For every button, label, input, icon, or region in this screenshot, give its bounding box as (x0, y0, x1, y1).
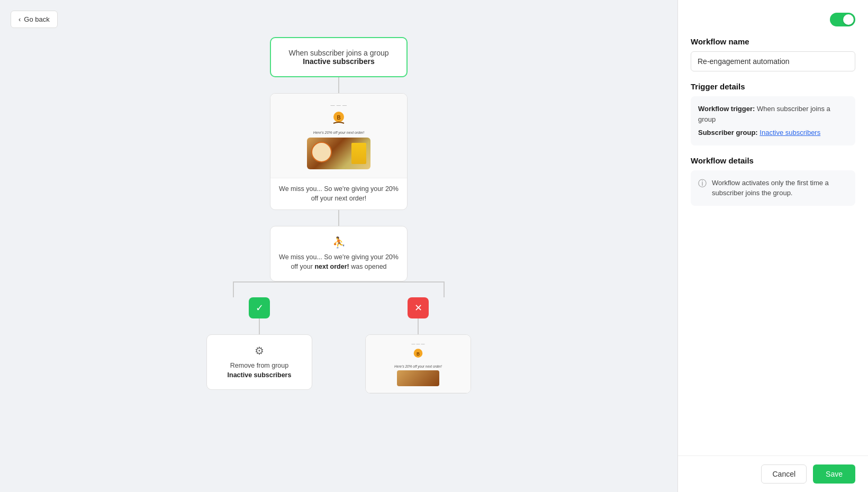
arrow-left-icon: ‹ (19, 15, 21, 23)
right-email-header-label: — — — (412, 342, 425, 345)
go-back-label: Go back (24, 15, 49, 23)
action-text-left: Remove from group Inactive subscribers (214, 361, 304, 380)
svg-text:B: B (337, 115, 340, 121)
trigger-node[interactable]: When subscriber joins a group Inactive s… (270, 37, 408, 77)
panel-footer: Cancel Save (678, 455, 868, 492)
email-node[interactable]: — — — B Here's 20% off your next order! … (270, 93, 408, 210)
workflow-toggle[interactable] (830, 13, 855, 26)
right-branch-connector (418, 318, 419, 334)
workflow-details-section-title: Workflow details (691, 156, 855, 165)
cancel-button[interactable]: Cancel (761, 464, 807, 484)
trigger-row-2: Subscriber group: Inactive subscribers (698, 127, 848, 138)
right-branch: ✕ — — — B Here's 20% off your next order… (365, 297, 471, 394)
workflow-detail-text: Workflow activates only the first time a… (712, 178, 848, 198)
email-body-text: We miss you... So we're giving your 20% … (270, 178, 407, 209)
workflow-details-box: ⓘ Workflow activates only the first time… (691, 170, 855, 206)
email-node-right[interactable]: — — — B Here's 20% off your next order! (365, 334, 471, 394)
trigger-text-before: When subscriber joins a group (288, 49, 388, 57)
trigger-details-section-title: Trigger details (691, 82, 855, 91)
condition-text: We miss you... So we're giving your 20% … (278, 253, 400, 271)
condition-node[interactable]: ⛹ We miss you... So we're giving your 20… (270, 226, 408, 281)
info-icon: ⓘ (698, 178, 707, 189)
branches-container: ✓ ⚙ Remove from group Inactive subscribe… (206, 297, 471, 394)
settings-icon: ⚙ (214, 344, 304, 357)
food-image (307, 138, 370, 169)
right-email-offer-text: Here's 20% off your next order! (394, 365, 442, 368)
left-branch: ✓ ⚙ Remove from group Inactive subscribe… (206, 297, 312, 390)
workflow-name-input[interactable] (691, 51, 855, 71)
trigger-row-1: Workflow trigger: When subscriber joins … (698, 104, 848, 124)
left-branch-connector (259, 318, 260, 334)
branch-lines (206, 281, 471, 297)
checkmark-icon: ✓ (256, 302, 264, 314)
svg-text:B: B (417, 351, 420, 356)
no-badge: ✕ (408, 297, 429, 318)
burger-logo-icon: B (329, 110, 348, 129)
right-panel: Workflow name Trigger details Workflow t… (677, 0, 868, 492)
workflow-canvas: ‹ Go back When subscriber joins a group … (0, 0, 677, 492)
email-preview-header-text: — — — (331, 103, 347, 107)
yes-badge: ✓ (249, 297, 270, 318)
right-food-image (397, 370, 439, 386)
trigger-group-name: Inactive subscribers (303, 57, 374, 66)
go-back-button[interactable]: ‹ Go back (11, 11, 58, 28)
workflow-name-section-title: Workflow name (691, 37, 855, 46)
email-offer-text: Here's 20% off your next order! (313, 131, 365, 134)
x-icon: ✕ (414, 302, 422, 314)
subscriber-group-link[interactable]: Inactive subscribers (760, 129, 820, 136)
burger-logo-right-icon: B (410, 347, 426, 363)
canvas-content: When subscriber joins a group Inactive s… (0, 0, 677, 492)
connector-1 (338, 77, 339, 93)
toggle-row (691, 13, 855, 26)
action-node-left[interactable]: ⚙ Remove from group Inactive subscribers (206, 334, 312, 390)
connector-2 (338, 210, 339, 226)
save-button[interactable]: Save (813, 464, 855, 484)
email-preview: — — — B Here's 20% off your next order! (270, 94, 407, 178)
trigger-details-box: Workflow trigger: When subscriber joins … (691, 96, 855, 145)
condition-icon: ⛹ (278, 236, 400, 249)
email-preview-right: — — — B Here's 20% off your next order! (366, 335, 471, 393)
